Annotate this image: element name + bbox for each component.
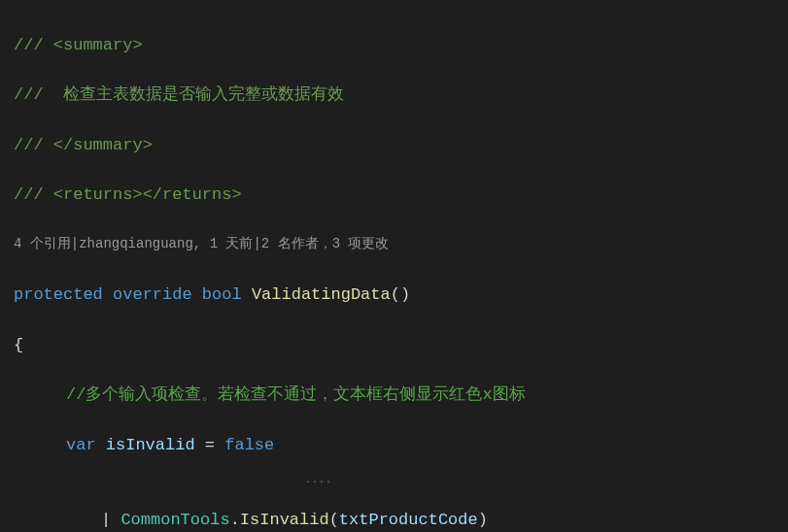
suggestion-dots: .... [14,477,774,482]
lparen: ( [329,511,339,529]
doc-slash: /// [14,85,63,104]
method-isinvalid: IsInvalid [240,511,329,529]
space [242,285,252,304]
method-signature: protected override bool ValidatingData() [14,283,774,308]
kw-protected: protected [14,285,103,304]
ident-isinvalid: isInvalid [106,436,195,454]
pipe-call: | CommonTools.IsInvalid(txtProductCode) [14,508,774,533]
space [192,285,202,304]
code-editor[interactable]: /// <summary> /// 检查主表数据是否输入完整或数据有效 /// … [0,0,788,532]
xml-doc-line: /// <returns></returns> [14,183,774,208]
bool-false: false [224,436,274,454]
space [215,436,224,454]
op-eq: = [205,436,215,454]
doc-slash: /// [14,185,53,204]
codelens-text[interactable]: 4 个引用|zhangqianguang, 1 天前|2 名作者，3 项更改 [14,236,389,251]
comment-text: //多个输入项检查。若检查不通过，文本框右侧显示红色x图标 [66,385,526,404]
type-bool: bool [202,285,242,304]
codelens-bar[interactable]: 4 个引用|zhangqianguang, 1 天前|2 名作者，3 项更改 [14,233,774,258]
xml-doc-line: /// </summary> [14,133,774,158]
space [96,436,106,454]
open-brace: { [14,336,23,354]
xml-summary-close: </summary> [53,136,153,154]
xml-returns-tag: <returns></returns> [53,185,242,204]
xml-doc-line: /// <summary> [14,33,774,58]
kw-override: override [113,285,192,304]
space [195,436,205,454]
method-name: ValidatingData [252,285,391,304]
doc-summary-text: 检查主表数据是否输入完整或数据有效 [63,85,344,104]
class-commontools: CommonTools [120,511,229,529]
dots-hint: .... [101,473,332,487]
pipe-op: | [101,511,120,529]
rparen: ) [478,511,488,529]
xml-summary-open: <summary> [53,36,143,54]
arg-txtproductcode: txtProductCode [339,511,478,529]
xml-doc-line: /// 检查主表数据是否输入完整或数据有效 [14,83,774,108]
parens: () [391,285,410,304]
dot: . [230,511,240,529]
inner-comment: //多个输入项检查。若检查不通过，文本框右侧显示红色x图标 [14,382,774,408]
brace-open: { [14,333,774,358]
doc-slash: /// [14,136,53,154]
kw-var: var [66,436,96,454]
space [103,285,113,304]
doc-slash: /// [14,36,53,54]
var-decl: var isInvalid = false [14,433,774,458]
